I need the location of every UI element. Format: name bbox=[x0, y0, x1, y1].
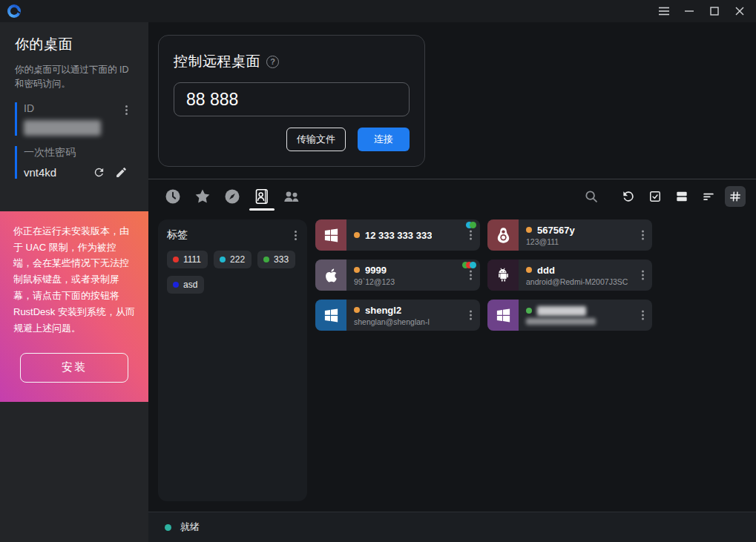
peer-card[interactable]: shengl2 shenglan@shenglan-l bbox=[315, 300, 480, 331]
transfer-file-button[interactable]: 传输文件 bbox=[286, 128, 346, 151]
refresh-password-icon[interactable] bbox=[93, 166, 105, 179]
help-icon[interactable]: ? bbox=[266, 56, 279, 68]
peer-grid: 12 333 333 333 567567y 123@111 bbox=[315, 219, 652, 501]
edit-password-icon[interactable] bbox=[115, 166, 128, 179]
rustdesk-window: 你的桌面 你的桌面可以通过下面的 ID 和密码访问。 ID 一次性密码 vnt4… bbox=[0, 0, 756, 542]
peer-menu-icon[interactable] bbox=[640, 229, 645, 242]
status-dot bbox=[165, 524, 171, 531]
id-label: ID bbox=[24, 102, 148, 114]
peer-subtitle: shenglan@shenglan-l bbox=[354, 317, 461, 326]
peer-info: 567567y 123@111 bbox=[519, 219, 634, 251]
tab-group[interactable] bbox=[283, 183, 300, 205]
tag-label: 1111 bbox=[183, 254, 201, 265]
password-section: 一次性密码 vnt4kd bbox=[15, 146, 148, 179]
peer-tag-dots bbox=[469, 222, 476, 228]
peer-platform bbox=[487, 300, 519, 331]
sidebar-title: 你的桌面 bbox=[0, 22, 148, 54]
peer-info: 12 333 333 333 bbox=[346, 219, 462, 251]
tag-label: 222 bbox=[230, 254, 245, 265]
refresh-peers-icon[interactable] bbox=[618, 186, 639, 207]
peer-info: 9999 99`12@123 bbox=[346, 260, 462, 291]
install-warning-banner: 你正在运行未安装版本，由于 UAC 限制，作为被控端，会在某些情况下无法控制鼠标… bbox=[0, 211, 148, 402]
panel-title: 控制远程桌面 bbox=[174, 52, 260, 71]
connect-button[interactable]: 连接 bbox=[358, 128, 410, 151]
view-cards-icon[interactable] bbox=[671, 186, 692, 207]
tab-address-book[interactable] bbox=[253, 183, 271, 211]
close-button[interactable] bbox=[729, 1, 750, 21]
selected-tab-underline bbox=[249, 208, 275, 211]
peer-name: ddd bbox=[537, 265, 555, 276]
peer-status-dot bbox=[526, 227, 532, 233]
status-label: 就绪 bbox=[180, 520, 200, 534]
peer-name: shengl2 bbox=[365, 305, 401, 316]
group-icon bbox=[282, 188, 301, 205]
peer-info: shengl2 shenglan@shenglan-l bbox=[346, 300, 462, 331]
menu-icon[interactable] bbox=[654, 1, 674, 21]
android-icon bbox=[495, 267, 512, 284]
peer-status-dot bbox=[354, 232, 360, 238]
tag-label: 333 bbox=[274, 254, 289, 265]
tab-recent-sessions[interactable] bbox=[164, 183, 182, 205]
tag-color-dot bbox=[173, 282, 179, 288]
tag-label: asd bbox=[183, 280, 197, 290]
peer-card[interactable]: 12 333 333 333 bbox=[315, 219, 480, 251]
peer-card[interactable]: ddd android@Redmi-M2007J3SC bbox=[487, 260, 652, 291]
tags-panel: 标签 1111 222 333 asd bbox=[158, 219, 307, 501]
tab-discovered[interactable] bbox=[223, 183, 241, 205]
peer-menu-icon[interactable] bbox=[468, 309, 473, 322]
warning-text: 你正在运行未安装版本，由于 UAC 限制，作为被控端，会在某些情况下无法控制鼠标… bbox=[13, 223, 135, 337]
tag-color-dot bbox=[263, 257, 269, 262]
peer-name: 12 333 333 333 bbox=[365, 230, 432, 241]
peer-platform bbox=[487, 260, 519, 291]
peer-card[interactable] bbox=[487, 300, 652, 331]
peer-platform bbox=[487, 219, 519, 251]
peer-platform bbox=[315, 219, 346, 251]
tag-pill[interactable]: 333 bbox=[257, 251, 295, 268]
star-icon bbox=[194, 188, 211, 205]
maximize-button[interactable] bbox=[704, 1, 725, 21]
id-menu-icon[interactable] bbox=[124, 104, 129, 116]
control-remote-desktop-panel: 控制远程桌面 ? 传输文件 连接 bbox=[158, 35, 425, 167]
titlebar bbox=[0, 0, 756, 22]
peer-card[interactable]: 567567y 123@111 bbox=[487, 219, 652, 251]
peer-menu-icon[interactable] bbox=[640, 309, 645, 322]
peer-status-dot bbox=[526, 267, 532, 273]
compass-icon bbox=[223, 188, 241, 205]
windows-icon bbox=[323, 227, 340, 244]
remote-id-input[interactable] bbox=[174, 82, 410, 116]
peer-card[interactable]: 9999 99`12@123 bbox=[315, 260, 480, 291]
peer-subtitle: 99`12@123 bbox=[354, 277, 461, 286]
peer-menu-icon[interactable] bbox=[468, 229, 473, 242]
view-grid-icon[interactable] bbox=[725, 186, 746, 207]
tag-pill[interactable]: asd bbox=[167, 276, 204, 294]
minimize-button[interactable] bbox=[679, 1, 700, 21]
clock-icon bbox=[164, 188, 182, 205]
peer-subtitle bbox=[526, 318, 596, 325]
tag-color-dot bbox=[173, 257, 179, 262]
tags-title: 标签 bbox=[167, 228, 188, 242]
peer-subtitle: 123@111 bbox=[526, 237, 633, 246]
tags-menu-icon[interactable] bbox=[293, 229, 298, 242]
tag-pill[interactable]: 1111 bbox=[167, 251, 208, 268]
peer-name bbox=[537, 306, 586, 316]
peer-menu-icon[interactable] bbox=[468, 269, 473, 282]
main-area: 控制远程桌面 ? 传输文件 连接 bbox=[148, 22, 756, 542]
tag-pill[interactable]: 222 bbox=[214, 251, 252, 268]
tab-favorites[interactable] bbox=[194, 183, 211, 205]
tag-list: 1111 222 333 asd bbox=[167, 251, 298, 294]
peer-status-dot bbox=[526, 308, 532, 314]
sort-by-icon[interactable] bbox=[698, 186, 719, 207]
windows-icon bbox=[495, 307, 512, 324]
linux-tux-icon bbox=[494, 226, 513, 245]
sidebar: 你的桌面 你的桌面可以通过下面的 ID 和密码访问。 ID 一次性密码 vnt4… bbox=[0, 22, 148, 542]
address-book-icon bbox=[253, 188, 271, 205]
peer-content: 标签 1111 222 333 asd 12 333 333 3 bbox=[148, 214, 756, 512]
tag-color-dot bbox=[220, 257, 226, 262]
peer-platform bbox=[315, 260, 346, 291]
peer-tag-dots bbox=[465, 262, 476, 268]
sidebar-description: 你的桌面可以通过下面的 ID 和密码访问。 bbox=[0, 54, 148, 92]
install-button[interactable]: 安装 bbox=[20, 353, 128, 383]
select-peers-icon[interactable] bbox=[645, 186, 665, 207]
peer-menu-icon[interactable] bbox=[640, 269, 645, 282]
search-icon[interactable] bbox=[581, 186, 602, 207]
